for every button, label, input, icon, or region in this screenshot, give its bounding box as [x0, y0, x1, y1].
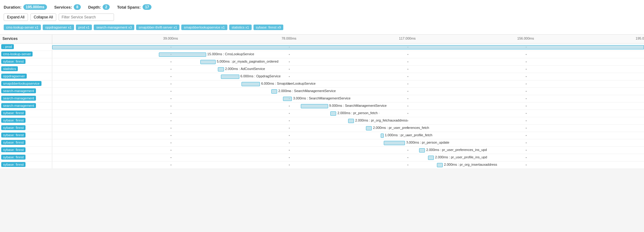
span-label: 9.000ms : SearchManagementService [329, 104, 387, 107]
service-tag[interactable]: statistics x1 [229, 25, 252, 30]
span-bar [221, 75, 239, 79]
timeline-cell: 2.000ms : SearchManagementService [52, 88, 644, 95]
span-label: 2.000ms : SearchManagementService [278, 89, 336, 93]
service-tags-row: cms-lookup-server x1oppdragserver x1prod… [4, 23, 640, 32]
timeline-dot [289, 106, 290, 106]
timeline-dot [526, 157, 527, 158]
service-cell: cms-lookup-server [0, 51, 52, 58]
table-row: - prod195.000ms : /finn/ [0, 44, 644, 51]
service-tag[interactable]: sybase: finnst x9 [253, 25, 284, 30]
span-bar [381, 133, 384, 138]
service-label: sybase: finnst [1, 125, 26, 130]
timeline-cell: 2.000ms : pr_org_fetchauxaddress [52, 118, 644, 124]
service-label: sybase: finnst [1, 118, 26, 123]
timeline-dot [171, 98, 171, 99]
timeline-dot [407, 113, 408, 114]
timeline-dot [289, 150, 290, 151]
service-tag[interactable]: search-management x3 [94, 25, 134, 30]
table-row: sybase: finnst2.000ms : pr_user_profile_… [0, 154, 644, 161]
service-cell: sybase: finnst [0, 117, 52, 124]
table-row: sybase: finnst5.000ms : pr_myads_paginat… [0, 58, 644, 66]
timeline-dot [526, 150, 527, 151]
service-tag[interactable]: prod x1 [76, 25, 92, 30]
service-tag[interactable]: smajobberlookupservice x1 [181, 25, 227, 30]
table-row: sybase: finnst7.000ms : pr_person_update [0, 139, 644, 147]
depth-stat: Depth: 2 [88, 4, 110, 10]
span-bar [384, 141, 405, 145]
timeline-dot [289, 61, 290, 62]
timeline-dot [526, 83, 527, 84]
service-cell: sybase: finnst [0, 132, 52, 139]
span-bar [348, 119, 354, 123]
service-cell: search-management [0, 95, 52, 102]
timeline-dot [171, 164, 171, 165]
services-label: Services: [54, 5, 72, 10]
timeline-dot [526, 54, 527, 55]
depth-value: 2 [103, 4, 110, 10]
table-row: sybase: finnst2.000ms : pr_org_insertaux… [0, 161, 644, 169]
timeline-dot [407, 91, 408, 92]
service-label: sybase: finnst [1, 162, 26, 167]
expand-all-button[interactable]: Expand All [4, 14, 28, 21]
timeline-dot [526, 128, 527, 129]
timeline-dot [407, 164, 408, 165]
timeline-dot [526, 61, 527, 62]
service-cell: search-management [0, 88, 52, 95]
span-bar [218, 67, 224, 72]
timeline-cell: 15.000ms : CmsLookupService [52, 51, 644, 58]
timeline-dot [407, 54, 408, 55]
service-label: search-management [1, 88, 36, 93]
timeline-cell: 2.000ms : pr_user_preferences_fetch [52, 125, 644, 132]
span-label: 6.000ms : SmajobberLookupService [261, 82, 316, 85]
span-bar [419, 148, 425, 153]
timeline-dot [171, 157, 171, 158]
table-row: smajobberlookupservice6.000ms : Smajobbe… [0, 80, 644, 88]
timeline-dot [171, 91, 171, 92]
filter-service-input[interactable] [59, 14, 114, 21]
main-content: Services 39.000ms78.000ms117.000ms156.00… [0, 35, 644, 169]
service-cell: sybase: finnst [0, 154, 52, 161]
timeline-dot [171, 113, 171, 114]
service-cell: search-management [0, 102, 52, 110]
span-bar [283, 97, 292, 101]
services-value: 8 [74, 4, 81, 10]
timeline-tick: 117.000ms [399, 37, 415, 40]
timeline-dot [289, 54, 290, 55]
timeline-cell: 2.000ms : pr_org_insertauxaddress [52, 162, 644, 168]
duration-stat: Duration: 195.000ms [4, 4, 47, 10]
span-label: 5.000ms : pr_myads_pagination_ordered [217, 60, 278, 63]
timeline-dot [171, 106, 171, 106]
trace-rows-container: - prod195.000ms : /finn/cms-lookup-serve… [0, 44, 644, 169]
span-bar [366, 126, 372, 130]
service-cell: smajobberlookupservice [0, 80, 52, 87]
timeline-tick: 156.000ms [517, 37, 534, 40]
span-label: 2.000ms : pr_org_fetchauxaddress [355, 118, 407, 122]
service-label: sybase: finnst [1, 155, 26, 160]
timeline-tick: 39.000ms [163, 37, 178, 40]
timeline-dot [171, 83, 171, 84]
table-row: cms-lookup-server15.000ms : CmsLookupSer… [0, 51, 644, 58]
total-spans-value: 17 [143, 4, 151, 10]
timeline-dot [289, 120, 290, 121]
timeline-dot [171, 69, 171, 70]
service-tag[interactable]: cms-lookup-server x1 [4, 25, 41, 30]
timeline-cell: 9.000ms : SearchManagementService [52, 103, 644, 110]
timeline-dot [526, 113, 527, 114]
header-section: Duration: 195.000ms Services: 8 Depth: 2… [0, 0, 644, 35]
table-row: sybase: finnst2.000ms : pr_user_preferen… [0, 147, 644, 154]
collapse-all-button[interactable]: Collapse All [30, 14, 57, 21]
timeline-dot [171, 150, 171, 151]
duration-value: 195.000ms [23, 4, 47, 10]
timeline-dot [526, 142, 527, 143]
timeline-dot [407, 150, 408, 151]
service-tag[interactable]: oppdragserver x1 [43, 25, 74, 30]
span-label: 2.000ms : pr_user_preferences_ins_upd [426, 148, 487, 152]
controls-row: Expand All Collapse All [4, 12, 640, 23]
span-label: 7.000ms : pr_person_update [406, 141, 450, 144]
service-tag[interactable]: smajobber-thrift-server x1 [136, 25, 179, 30]
service-cell: sybase: finnst [0, 147, 52, 154]
table-row: search-management2.000ms : SearchManagem… [0, 88, 644, 95]
service-label: sybase: finnst [1, 147, 26, 152]
timeline-col-header: 39.000ms78.000ms117.000ms156.000ms195.00… [52, 35, 644, 43]
timeline-dot [171, 76, 171, 77]
